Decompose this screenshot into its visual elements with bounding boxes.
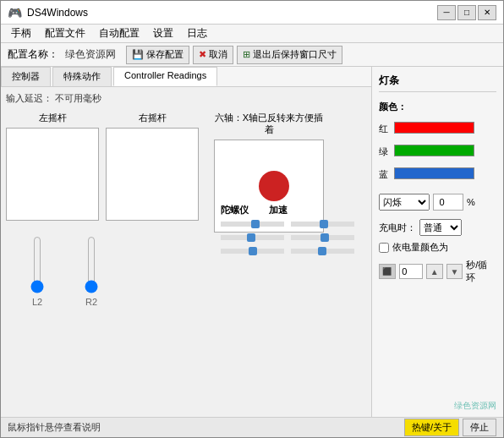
sixaxis-label: 六轴：X轴已反转来方便插着 bbox=[214, 112, 324, 136]
right-panel: 灯条 颜色： 红 绿 蓝 bbox=[372, 67, 503, 419]
charge-select[interactable]: 普通 bbox=[419, 219, 462, 236]
tab-special[interactable]: 特殊动作 bbox=[52, 67, 112, 86]
gyro-slider-2a[interactable] bbox=[221, 235, 284, 240]
gyro-sliders bbox=[221, 222, 354, 254]
gyro-row-3 bbox=[221, 249, 354, 254]
tab-controller[interactable]: 控制器 bbox=[1, 67, 51, 86]
gyro-row-1 bbox=[221, 222, 354, 227]
exit-label: 退出后保持窗口尺寸 bbox=[253, 48, 337, 61]
save-icon: 💾 bbox=[132, 49, 144, 60]
left-panel: 控制器 特殊动作 Controller Readings 输入延迟： 不可用毫秒… bbox=[1, 67, 372, 419]
blue-color-row: 蓝 bbox=[379, 167, 496, 182]
save-label: 保存配置 bbox=[146, 48, 184, 61]
timer-icon: ⬛ bbox=[379, 264, 396, 279]
gyro-slider-1a[interactable] bbox=[221, 222, 284, 227]
gyro-slider-3b[interactable] bbox=[291, 249, 354, 254]
watermark: 绿色资源网 bbox=[454, 401, 496, 410]
timer-unit: 秒/循环 bbox=[466, 259, 496, 284]
menu-settings[interactable]: 设置 bbox=[146, 25, 180, 42]
blue-label: 蓝 bbox=[379, 168, 391, 181]
blue-slider[interactable] bbox=[394, 167, 474, 179]
l2-trigger-block: L2 bbox=[31, 236, 43, 307]
l2-slider[interactable] bbox=[31, 236, 43, 293]
gyro-slider-1b[interactable] bbox=[291, 222, 354, 227]
status-bar: 鼠标指针悬停查看说明 热键/关于 停止 bbox=[1, 417, 503, 437]
green-label: 绿 bbox=[379, 145, 391, 158]
hotkey-button[interactable]: 热键/关于 bbox=[404, 419, 459, 436]
stop-button[interactable]: 停止 bbox=[463, 419, 496, 436]
right-stick-block: 右摇杆 bbox=[106, 112, 199, 221]
gyro-slider-2b[interactable] bbox=[291, 235, 354, 240]
content-area: 输入延迟： 不可用毫秒 左摇杆 右摇杆 bbox=[1, 87, 371, 419]
exit-button[interactable]: ⊞ 退出后保持窗口尺寸 bbox=[237, 46, 342, 64]
close-button[interactable]: ✕ bbox=[478, 5, 496, 20]
minimize-button[interactable]: ─ bbox=[437, 5, 456, 20]
right-panel-title: 灯条 bbox=[379, 74, 496, 92]
battery-label: 依电量颜色为 bbox=[392, 241, 448, 254]
charge-row: 充电时： 普通 bbox=[379, 219, 496, 236]
delay-value: 不可用毫秒 bbox=[55, 93, 101, 103]
app-title: DS4Windows bbox=[27, 7, 88, 19]
timer-row: ⬛ ▲ ▼ 秒/循环 bbox=[379, 259, 496, 284]
main-area: 控制器 特殊动作 Controller Readings 输入延迟： 不可用毫秒… bbox=[1, 67, 503, 419]
menu-log[interactable]: 日志 bbox=[180, 25, 214, 42]
gyro-slider-3a[interactable] bbox=[221, 249, 284, 254]
left-stick-box bbox=[6, 128, 99, 221]
menu-gamepad[interactable]: 手柄 bbox=[4, 25, 38, 42]
battery-checkbox[interactable] bbox=[379, 243, 389, 253]
r2-slider[interactable] bbox=[85, 236, 97, 293]
timer-down[interactable]: ▼ bbox=[446, 264, 463, 279]
green-slider[interactable] bbox=[394, 145, 474, 156]
menubar: 手柄 配置文件 自动配置 设置 日志 bbox=[1, 25, 503, 43]
right-stick-box bbox=[106, 128, 199, 221]
green-color-row: 绿 bbox=[379, 145, 496, 159]
flash-select[interactable]: 闪烁 bbox=[379, 194, 430, 211]
r2-trigger-block: R2 bbox=[85, 236, 97, 307]
battery-row: 依电量颜色为 bbox=[379, 241, 496, 254]
left-stick-block: 左摇杆 bbox=[6, 112, 99, 221]
delay-label: 输入延迟： bbox=[6, 93, 52, 103]
timer-input[interactable] bbox=[399, 264, 423, 279]
tabs-row: 控制器 特殊动作 Controller Readings bbox=[1, 67, 371, 87]
exit-icon: ⊞ bbox=[243, 49, 250, 60]
left-stick-label: 左摇杆 bbox=[39, 112, 67, 124]
delay-row: 输入延迟： 不可用毫秒 bbox=[6, 92, 366, 105]
gyro-label: 陀螺仪 bbox=[221, 204, 249, 216]
timer-up[interactable]: ▲ bbox=[426, 264, 443, 279]
flash-row: 闪烁 % bbox=[379, 194, 496, 211]
right-stick-label: 右摇杆 bbox=[139, 112, 167, 124]
l2-label: L2 bbox=[32, 297, 42, 307]
save-button[interactable]: 💾 保存配置 bbox=[126, 46, 189, 64]
profile-label: 配置名称： bbox=[8, 47, 58, 62]
sixaxis-dot bbox=[259, 171, 289, 201]
red-slider[interactable] bbox=[394, 122, 474, 134]
title-bar: 🎮 DS4Windows ─ □ ✕ bbox=[1, 1, 503, 25]
color-section-label: 颜色： bbox=[379, 101, 496, 113]
menu-profile[interactable]: 配置文件 bbox=[38, 25, 92, 42]
cancel-label: 取消 bbox=[209, 48, 227, 61]
cancel-button[interactable]: ✖ 取消 bbox=[193, 46, 233, 64]
status-right: 热键/关于 停止 bbox=[404, 419, 496, 436]
menu-autoconfig[interactable]: 自动配置 bbox=[92, 25, 146, 42]
toolbar: 配置名称： 绿色资源网 💾 保存配置 ✖ 取消 ⊞ 退出后保持窗口尺寸 bbox=[1, 43, 503, 67]
profile-value: 绿色资源网 bbox=[65, 47, 116, 62]
flash-input[interactable] bbox=[433, 194, 463, 211]
accel-label: 加速 bbox=[269, 204, 288, 216]
r2-label: R2 bbox=[85, 297, 97, 307]
maximize-button[interactable]: □ bbox=[457, 5, 476, 20]
flash-unit: % bbox=[467, 197, 475, 207]
app-icon: 🎮 bbox=[8, 6, 22, 19]
cancel-icon: ✖ bbox=[199, 49, 206, 60]
status-text: 鼠标指针悬停查看说明 bbox=[8, 421, 101, 434]
tab-readings[interactable]: Controller Readings bbox=[113, 67, 217, 86]
red-color-row: 红 bbox=[379, 122, 496, 136]
gyro-section: 陀螺仪 加速 bbox=[221, 204, 354, 254]
gyro-row-2 bbox=[221, 235, 354, 240]
charge-label: 充电时： bbox=[379, 222, 416, 234]
title-controls: ─ □ ✕ bbox=[437, 5, 496, 20]
red-label: 红 bbox=[379, 123, 391, 135]
